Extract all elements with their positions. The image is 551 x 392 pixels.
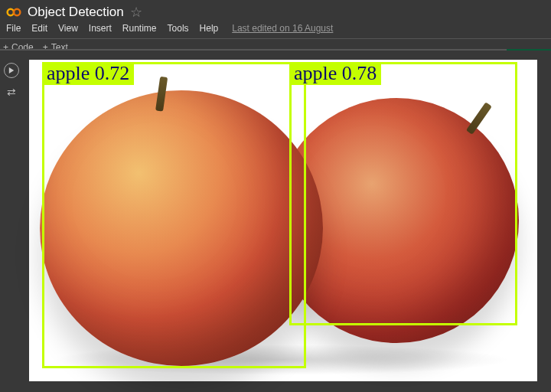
plus-icon: + [3, 42, 8, 53]
svg-marker-2 [9, 67, 14, 74]
move-cell-icon[interactable]: ⇄ [7, 86, 16, 98]
menu-bar: File Edit View Insert Runtime Tools Help… [0, 21, 551, 39]
last-edited-label[interactable]: Last edited on 16 August [232, 23, 333, 34]
detection-label: apple 0.72 [42, 62, 134, 85]
menu-runtime[interactable]: Runtime [122, 23, 157, 34]
detection-class: apple [47, 62, 90, 84]
detection-label: apple 0.78 [289, 62, 381, 85]
title-bar: Object Detection ☆ [0, 0, 551, 21]
menu-file[interactable]: File [6, 23, 21, 34]
star-icon[interactable]: ☆ [130, 5, 142, 19]
cell-output-image: apple 0.72 apple 0.78 [29, 60, 537, 381]
menu-insert[interactable]: Insert [89, 23, 112, 34]
menu-tools[interactable]: Tools [168, 23, 189, 34]
detection-class: apple [294, 62, 337, 84]
play-icon [8, 67, 15, 74]
menu-help[interactable]: Help [200, 23, 219, 34]
insert-toolbar: +Code +Text [0, 39, 551, 57]
add-code-label: Code [11, 42, 34, 53]
detection-canvas: apple 0.72 apple 0.78 [29, 60, 537, 381]
svg-point-1 [14, 9, 20, 15]
colab-logo-icon [6, 5, 21, 20]
menu-view[interactable]: View [58, 23, 78, 34]
run-cell-button[interactable] [4, 63, 19, 78]
cell-gutter: ⇄ [0, 60, 23, 98]
add-code-button[interactable]: +Code [3, 42, 34, 53]
plus-icon: + [43, 42, 48, 53]
detection-confidence: 0.72 [95, 62, 130, 84]
detection-bounding-box: apple 0.78 [289, 62, 517, 325]
add-text-label: Text [51, 42, 68, 53]
add-text-button[interactable]: +Text [43, 42, 68, 53]
detection-bounding-box: apple 0.72 [42, 62, 306, 368]
menu-edit[interactable]: Edit [31, 23, 47, 34]
detection-confidence: 0.78 [342, 62, 377, 84]
divider [0, 49, 551, 51]
notebook-title[interactable]: Object Detection [28, 5, 124, 20]
